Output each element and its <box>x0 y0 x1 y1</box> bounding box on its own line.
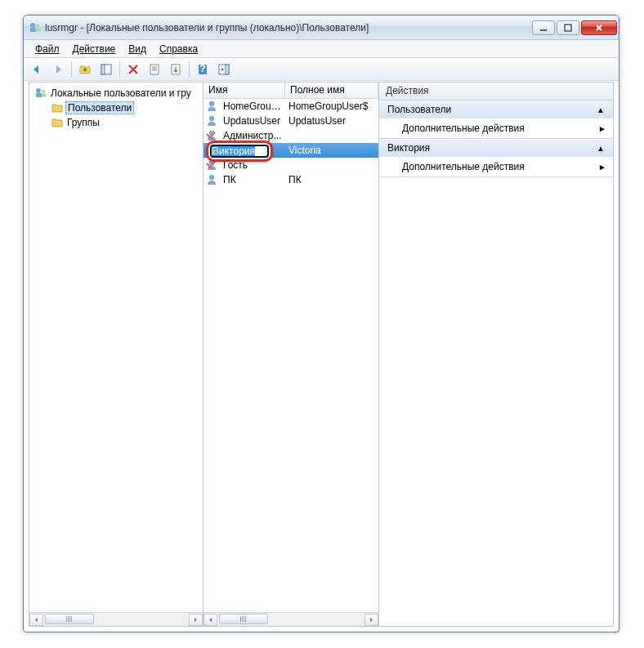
cell-name: ПК <box>220 174 285 185</box>
export-list-button[interactable] <box>166 60 186 79</box>
toolbar-separator <box>71 61 72 78</box>
actions-section-selected: Виктория ▲ Дополнительные действия ▸ <box>379 139 613 177</box>
svg-rect-21 <box>42 94 47 97</box>
actions-item-label: Дополнительные действия <box>402 123 525 134</box>
tree-item-label: Пользователи <box>65 101 134 114</box>
actions-section-users: Пользователи ▲ Дополнительные действия ▸ <box>379 101 613 139</box>
svg-point-20 <box>42 90 45 93</box>
user-icon <box>205 100 218 113</box>
user-icon <box>205 114 218 127</box>
svg-text:?: ? <box>199 63 205 74</box>
tree-item-groups[interactable]: Группы <box>31 115 201 130</box>
svg-point-0 <box>30 23 35 28</box>
column-name[interactable]: Имя <box>203 83 285 98</box>
app-icon <box>29 21 42 34</box>
cell-name: HomeGroup... <box>220 101 285 112</box>
menu-help[interactable]: Справка <box>153 42 204 56</box>
list-row[interactable]: UpdatusUserUpdatusUser <box>203 114 378 128</box>
close-button[interactable] <box>581 20 617 35</box>
folder-icon <box>51 116 64 129</box>
window-title: lusrmgr - [Локальные пользователи и груп… <box>45 22 532 34</box>
tree-view[interactable]: Локальные пользователи и гру Пользовател… <box>29 83 203 626</box>
tree-root-label: Локальные пользователи и гру <box>49 87 193 99</box>
horizontal-scrollbar[interactable] <box>29 612 203 626</box>
actions-section-label: Пользователи <box>387 104 451 115</box>
scroll-thumb[interactable] <box>219 614 268 624</box>
back-button[interactable] <box>27 60 47 79</box>
cell-name: Администр... <box>220 130 285 141</box>
cell-fullname: Victoria <box>285 145 378 156</box>
users-groups-icon <box>34 87 47 100</box>
properties-button[interactable] <box>145 60 164 79</box>
toolbar: ? <box>24 58 619 81</box>
list-body[interactable]: HomeGroup...HomeGroupUser$UpdatusUserUpd… <box>203 99 378 626</box>
scroll-thumb[interactable] <box>45 614 94 624</box>
collapse-icon: ▲ <box>597 144 605 153</box>
column-fullname[interactable]: Полное имя <box>285 83 378 98</box>
content-area: Локальные пользователи и гру Пользовател… <box>29 82 614 627</box>
up-folder-button[interactable] <box>75 60 95 79</box>
svg-rect-9 <box>150 65 159 74</box>
cell-fullname: HomeGroupUser$ <box>285 101 378 112</box>
minimize-button[interactable] <box>532 20 555 35</box>
svg-point-27 <box>209 175 214 180</box>
rename-annotation <box>206 141 273 162</box>
scroll-left-button[interactable] <box>203 614 217 626</box>
app-window: lusrmgr - [Локальные пользователи и груп… <box>23 15 619 632</box>
folder-icon <box>51 101 64 114</box>
rename-input[interactable] <box>210 145 269 158</box>
toolbar-separator <box>119 61 120 78</box>
collapse-icon: ▲ <box>597 105 605 114</box>
svg-rect-4 <box>540 29 547 31</box>
svg-point-2 <box>36 24 40 28</box>
tree-item-label: Группы <box>65 117 101 128</box>
svg-point-23 <box>209 116 214 121</box>
show-hide-tree-button[interactable] <box>96 60 116 79</box>
tree-pane: Локальные пользователи и гру Пользовател… <box>29 83 203 626</box>
help-button[interactable]: ? <box>193 60 212 79</box>
horizontal-scrollbar[interactable] <box>203 612 378 626</box>
forward-button[interactable] <box>48 60 68 79</box>
actions-item-more-users[interactable]: Дополнительные действия ▸ <box>379 118 613 138</box>
delete-button[interactable] <box>123 60 143 79</box>
scroll-right-button[interactable] <box>364 614 378 626</box>
svg-rect-1 <box>30 28 36 32</box>
scroll-track[interactable] <box>43 614 189 626</box>
svg-rect-17 <box>226 65 229 74</box>
menu-bar: Файл Действие Вид Справка <box>24 40 619 58</box>
show-hide-actions-button[interactable] <box>214 60 234 79</box>
actions-header: Действия <box>379 83 613 101</box>
svg-point-22 <box>209 101 214 106</box>
maximize-button[interactable] <box>557 20 579 35</box>
tree-item-users[interactable]: Пользователи <box>31 101 201 115</box>
list-header: Имя Полное имя <box>203 83 378 99</box>
title-bar[interactable]: lusrmgr - [Локальные пользователи и груп… <box>24 16 619 40</box>
svg-rect-19 <box>36 93 42 97</box>
cell-name: UpdatusUser <box>220 115 285 127</box>
scroll-track[interactable] <box>217 614 364 626</box>
scroll-left-button[interactable] <box>29 614 43 626</box>
tree-root[interactable]: Локальные пользователи и гру <box>31 86 201 101</box>
window-buttons <box>532 20 617 35</box>
toolbar-separator <box>189 61 190 78</box>
menu-action[interactable]: Действие <box>66 42 123 56</box>
arrow-right-icon: ▸ <box>600 123 605 134</box>
actions-pane: Действия Пользователи ▲ Дополнительные д… <box>378 83 613 626</box>
actions-item-label: Дополнительные действия <box>402 161 525 172</box>
menu-file[interactable]: Файл <box>29 42 66 56</box>
list-row[interactable]: HomeGroup...HomeGroupUser$ <box>203 99 378 114</box>
actions-section-label: Виктория <box>387 142 430 154</box>
cell-fullname: ПК <box>285 174 378 185</box>
actions-section-title-selected[interactable]: Виктория ▲ <box>379 139 613 157</box>
menu-view[interactable]: Вид <box>122 42 153 56</box>
actions-section-title-users[interactable]: Пользователи ▲ <box>379 101 613 118</box>
arrow-right-icon: ▸ <box>600 162 605 172</box>
svg-rect-3 <box>36 28 41 31</box>
svg-point-18 <box>36 88 41 93</box>
svg-rect-5 <box>565 25 571 31</box>
actions-item-more-selected[interactable]: Дополнительные действия ▸ <box>379 157 613 177</box>
svg-rect-8 <box>101 65 105 74</box>
list-row[interactable]: ПКПК <box>203 172 378 187</box>
user-icon <box>205 173 218 186</box>
scroll-right-button[interactable] <box>189 614 203 626</box>
